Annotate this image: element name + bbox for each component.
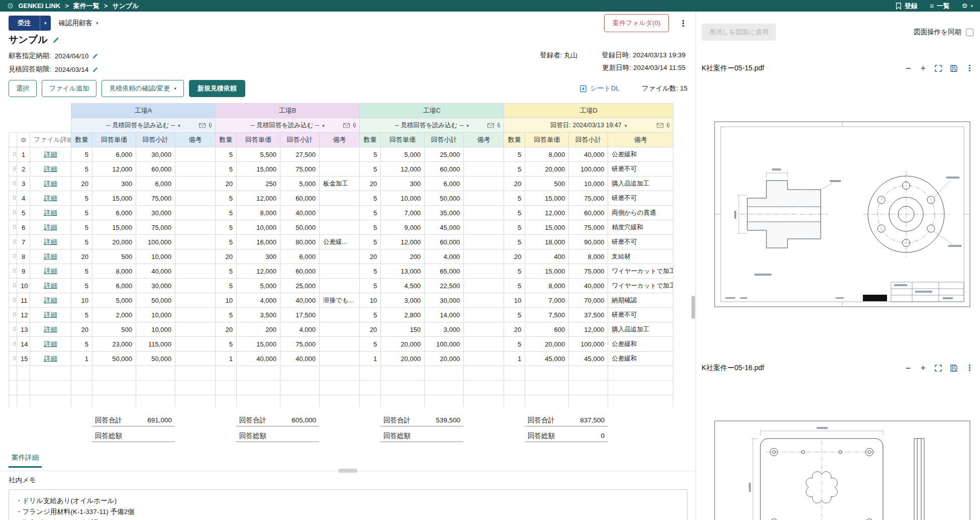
drag-handle-icon[interactable]: ⠿: [9, 293, 17, 308]
quote-row: ⠿7詳細520,000100,000516,00080,000公差緩...512…: [9, 235, 673, 249]
response-dropdown[interactable]: -- 見積回答を読み込む --▾: [360, 118, 504, 133]
pdf-canvas-1[interactable]: [714, 121, 980, 309]
totals-value: [136, 430, 175, 442]
zoom-in-button[interactable]: +: [919, 364, 927, 373]
detail-link[interactable]: 詳細: [44, 355, 57, 362]
paperclip-icon[interactable]: [497, 122, 501, 129]
edit-delivery-icon[interactable]: [92, 53, 99, 59]
fit-screen-icon[interactable]: [934, 64, 942, 72]
order-status-caret[interactable]: ▾: [40, 16, 51, 31]
confirm-change-button[interactable]: 見積依頼の確認/変更 ▾: [102, 80, 183, 97]
quote-table: 工場A工場B工場C工場D -- 見積回答を読み込む --▾-- 見積回答を読み込…: [9, 103, 673, 407]
paperclip-icon[interactable]: [208, 122, 213, 129]
brand[interactable]: GENKEI LINK: [18, 2, 60, 10]
unit-price-cell: 2,800: [381, 308, 425, 322]
drag-handle-icon[interactable]: ⠿: [9, 308, 17, 322]
zoom-out-button[interactable]: −: [905, 364, 912, 373]
list-nav-button[interactable]: ≡ 一覧: [930, 2, 950, 11]
quote-row: ⠿13詳細2050010,000202004,000201503,0002060…: [9, 322, 673, 337]
file-detail-cell: 詳細: [30, 279, 71, 293]
order-status-button[interactable]: 受注 ▾: [9, 16, 51, 31]
settings-nav-button[interactable]: ⚙▾: [962, 2, 973, 10]
new-request-button[interactable]: 新規見積依頼: [189, 80, 245, 97]
mail-icon[interactable]: [487, 123, 494, 128]
customer-view-dropdown[interactable]: 確認用顧客 ▾: [59, 19, 99, 28]
response-dropdown[interactable]: -- 見積回答を読み込む --▾: [71, 118, 216, 133]
scrollbar-thumb[interactable]: [692, 296, 695, 319]
detail-link[interactable]: 詳細: [44, 209, 57, 216]
drag-handle-icon[interactable]: ⠿: [9, 249, 17, 264]
unit-price-cell: 7,000: [381, 206, 425, 220]
unit-price-cell: 10,000: [237, 220, 280, 235]
detail-link[interactable]: 詳細: [44, 340, 57, 348]
file-detail-cell: 詳細: [30, 352, 71, 366]
drag-handle-icon[interactable]: ⠿: [9, 162, 17, 177]
column-header: 備考: [320, 133, 360, 147]
select-button[interactable]: 選択: [9, 80, 37, 97]
breadcrumb-case-list[interactable]: 案件一覧: [73, 2, 100, 11]
detail-link[interactable]: 詳細: [44, 165, 57, 172]
mail-icon[interactable]: [657, 123, 663, 128]
file-detail-cell: 詳細: [30, 177, 71, 191]
pdf-more-options-icon[interactable]: ⋮: [965, 64, 973, 72]
pdf-canvas-2[interactable]: [714, 420, 980, 520]
edit-deadline-icon[interactable]: [92, 66, 99, 73]
remark-cell: 両側からの貫通: [608, 206, 673, 220]
unit-price-cell: 45,000: [525, 352, 569, 366]
drag-handle-icon[interactable]: ⠿: [9, 352, 17, 366]
save-icon[interactable]: [950, 364, 958, 372]
drag-handle-icon[interactable]: ⠿: [9, 220, 17, 235]
row-number: 3: [17, 177, 30, 191]
zoom-in-button[interactable]: +: [919, 64, 927, 73]
response-dropdown[interactable]: -- 見積回答を読み込む --▾: [216, 118, 360, 133]
detail-link[interactable]: 詳細: [44, 296, 57, 304]
vertical-scrollbar[interactable]: [691, 12, 696, 520]
qty-cell: 5: [216, 264, 237, 279]
detail-link[interactable]: 詳細: [44, 194, 57, 202]
detail-link[interactable]: 詳細: [44, 282, 57, 289]
edit-title-icon[interactable]: [52, 36, 60, 44]
drag-handle-icon[interactable]: ⠿: [9, 177, 17, 191]
splitter-handle[interactable]: [338, 469, 357, 473]
app-logo-icon[interactable]: ⚙: [7, 2, 14, 10]
register-nav-button[interactable]: 登録: [896, 2, 918, 11]
mail-icon[interactable]: [199, 123, 206, 128]
fit-screen-icon[interactable]: [934, 364, 942, 372]
table-settings-icon[interactable]: ⚙: [17, 133, 30, 147]
drag-handle-icon[interactable]: ⠿: [9, 206, 17, 220]
more-menu-icon[interactable]: ⋮: [679, 19, 688, 28]
sync-drawing-checkbox[interactable]: [966, 29, 973, 36]
detail-link[interactable]: 詳細: [44, 267, 57, 275]
pdf-more-options-icon[interactable]: ⋮: [965, 364, 973, 372]
detail-link[interactable]: 詳細: [44, 311, 57, 318]
zoom-out-button[interactable]: −: [905, 64, 912, 73]
response-dropdown[interactable]: 回答日: 2024/03/13 19:47▾: [504, 118, 673, 133]
paperclip-icon[interactable]: [666, 122, 670, 129]
registrant-value: 丸山: [564, 51, 577, 59]
detail-link[interactable]: 詳細: [44, 180, 57, 187]
detail-link[interactable]: 詳細: [44, 150, 57, 158]
drag-handle-icon[interactable]: ⠿: [9, 279, 17, 293]
mail-icon[interactable]: [343, 123, 350, 128]
tab-case-detail[interactable]: 案件詳細: [9, 453, 42, 468]
detail-link[interactable]: 詳細: [44, 223, 57, 231]
add-file-button[interactable]: ファイル追加: [42, 80, 96, 97]
drag-handle-icon[interactable]: ⠿: [9, 322, 17, 337]
save-icon[interactable]: [950, 64, 958, 72]
case-folder-button[interactable]: 案件フォルダ(0): [604, 14, 669, 32]
internal-memo-box[interactable]: ・ドリル支給あり(オイルホール)・フランジ用材料(K-1-337-11) 予備2…: [9, 489, 688, 520]
drawing-panel: 墨消しを図面に適用 図面操作を同期 K社案件ー05-15.pdf − + ⋮: [696, 12, 980, 520]
qty-cell: 5: [71, 162, 92, 177]
drag-handle-icon[interactable]: ⠿: [9, 337, 17, 352]
detail-link[interactable]: 詳細: [44, 238, 57, 245]
sheet-download-link[interactable]: シートDL: [579, 84, 619, 93]
row-number: 14: [17, 337, 30, 352]
detail-link[interactable]: 詳細: [44, 325, 57, 333]
drag-handle-icon[interactable]: ⠿: [9, 235, 17, 249]
detail-link[interactable]: 詳細: [44, 252, 57, 260]
paperclip-icon[interactable]: [352, 122, 357, 129]
drag-handle-icon[interactable]: ⠿: [9, 147, 17, 162]
breadcrumb-separator: >: [65, 2, 69, 10]
drag-handle-icon[interactable]: ⠿: [9, 191, 17, 206]
drag-handle-icon[interactable]: ⠿: [9, 264, 17, 279]
